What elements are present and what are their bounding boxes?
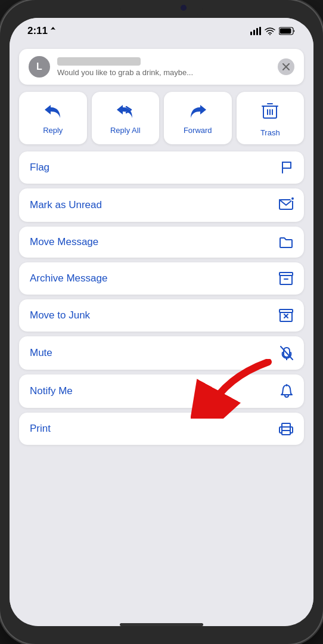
- time-display: 2:11: [27, 25, 48, 37]
- flag-label: Flag: [30, 162, 49, 174]
- status-icons: [250, 27, 296, 35]
- junk-icon: [279, 309, 293, 322]
- print-icon: [279, 422, 293, 435]
- mute-menu-item[interactable]: Mute: [19, 336, 304, 370]
- screen: 2:11: [10, 18, 313, 626]
- print-label: Print: [30, 423, 51, 435]
- close-icon: [282, 63, 290, 70]
- mark-unread-label: Mark as Unread: [30, 199, 102, 211]
- svg-rect-0: [250, 32, 252, 35]
- email-preview-card: L Would you like to grab a drink, maybe.…: [19, 49, 304, 85]
- unread-dot: [290, 196, 295, 201]
- svg-rect-15: [279, 309, 293, 312]
- svg-rect-22: [282, 423, 290, 427]
- svg-rect-21: [282, 431, 290, 435]
- svg-rect-6: [280, 29, 291, 34]
- svg-rect-2: [256, 28, 258, 35]
- email-sender-redacted: [57, 57, 141, 66]
- reply-icon: [44, 101, 63, 121]
- svg-rect-3: [259, 27, 261, 35]
- close-button[interactable]: [278, 58, 294, 75]
- email-preview-text: Would you like to grab a drink, maybe...: [57, 57, 271, 77]
- reply-label: Reply: [43, 126, 63, 135]
- bell-icon: [280, 384, 293, 398]
- actions-grid: Reply Reply All: [19, 92, 304, 144]
- location-icon: [50, 27, 56, 35]
- notch: [120, 0, 203, 17]
- notify-label: Notify Me: [30, 385, 73, 397]
- reply-all-label: Reply All: [110, 126, 141, 135]
- flag-menu-item[interactable]: Flag: [19, 151, 304, 184]
- forward-label: Forward: [184, 126, 212, 135]
- svg-rect-14: [279, 273, 293, 275]
- svg-point-4: [269, 34, 271, 35]
- content-area: L Would you like to grab a drink, maybe.…: [10, 44, 313, 618]
- archive-icon: [279, 272, 293, 285]
- envelope-wrapper: [279, 198, 293, 212]
- wifi-icon: [265, 27, 275, 35]
- avatar: L: [29, 56, 50, 78]
- forward-button[interactable]: Forward: [164, 92, 232, 144]
- archive-menu-item[interactable]: Archive Message: [19, 262, 304, 295]
- notify-menu-item[interactable]: Notify Me: [19, 374, 304, 408]
- status-bar: 2:11: [10, 18, 313, 44]
- reply-all-icon: [114, 101, 136, 121]
- email-subject: Would you like to grab a drink, maybe...: [57, 68, 271, 77]
- phone-frame: 2:11: [0, 0, 323, 644]
- junk-label: Move to Junk: [30, 309, 90, 321]
- reply-all-button[interactable]: Reply All: [92, 92, 160, 144]
- signal-icon: [250, 27, 261, 35]
- flag-icon: [280, 161, 293, 174]
- trash-button[interactable]: Trash: [237, 92, 305, 144]
- folder-icon: [279, 236, 293, 248]
- status-time: 2:11: [27, 25, 56, 37]
- menu-list: Flag Mark as Unread: [19, 151, 304, 445]
- mute-label: Mute: [30, 347, 52, 359]
- mark-unread-menu-item[interactable]: Mark as Unread: [19, 188, 304, 222]
- move-message-label: Move Message: [30, 236, 98, 248]
- junk-menu-item[interactable]: Move to Junk: [19, 299, 304, 332]
- reply-button[interactable]: Reply: [19, 92, 87, 144]
- notch-camera: [181, 5, 187, 11]
- trash-icon: [262, 101, 278, 123]
- svg-rect-1: [253, 30, 255, 35]
- trash-label: Trash: [260, 128, 280, 137]
- forward-icon: [188, 101, 207, 121]
- home-indicator: [120, 623, 203, 626]
- battery-icon: [279, 27, 296, 35]
- archive-label: Archive Message: [30, 273, 107, 284]
- print-menu-item[interactable]: Print: [19, 413, 304, 445]
- move-message-menu-item[interactable]: Move Message: [19, 227, 304, 258]
- mute-icon: [280, 346, 293, 360]
